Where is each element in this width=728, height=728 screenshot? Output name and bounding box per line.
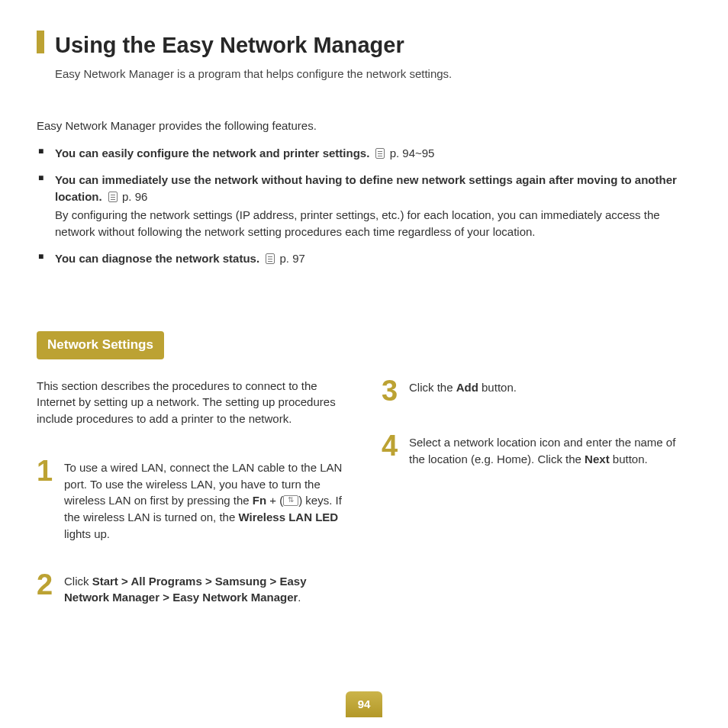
feature-item: You can diagnose the network status. p. … <box>37 250 691 267</box>
page-footer: 94 <box>0 691 728 717</box>
page-number: 94 <box>346 691 383 717</box>
step-number: 1 <box>37 458 56 543</box>
feature-item: You can immediately use the network with… <box>37 172 691 240</box>
feature-ref: p. 97 <box>279 252 304 265</box>
step-body: To use a wired LAN, connect the LAN cabl… <box>64 458 346 543</box>
page-title: Using the Easy Network Manager <box>55 29 404 61</box>
feature-note: By configuring the network settings (IP … <box>55 207 691 240</box>
features-intro: Easy Network Manager provides the follow… <box>37 118 691 134</box>
feature-bold: You can immediately use the network with… <box>55 173 677 203</box>
step: 1 To use a wired LAN, connect the LAN ca… <box>37 458 346 543</box>
feature-ref: p. 94~95 <box>390 147 435 159</box>
step: 2 Click Start > All Programs > Samsung >… <box>37 572 346 607</box>
step: 4 Select a network location icon and ent… <box>382 433 691 468</box>
key-label: Start > All Programs > Samsung > Easy Ne… <box>64 575 306 604</box>
key-label: Fn <box>253 494 266 507</box>
step-body: Select a network location icon and enter… <box>409 433 691 468</box>
section-intro: This section describes the procedures to… <box>37 378 346 427</box>
key-label: Wireless LAN LED <box>238 511 338 523</box>
page-ref-icon <box>266 253 275 264</box>
section-heading: Network Settings <box>37 331 164 359</box>
step-number: 4 <box>382 433 401 468</box>
feature-bold: You can easily configure the network and… <box>55 147 369 159</box>
step-text: + ( <box>266 494 283 507</box>
key-label: Next <box>585 453 610 465</box>
features-list: You can easily configure the network and… <box>37 145 691 268</box>
step-text: . <box>298 591 301 604</box>
key-label: Add <box>456 381 478 394</box>
step-number: 3 <box>382 378 401 404</box>
feature-item: You can easily configure the network and… <box>37 145 691 162</box>
step-body: Click Start > All Programs > Samsung > E… <box>64 572 346 607</box>
step-text: Click the <box>409 381 456 394</box>
feature-bold: You can diagnose the network status. <box>55 252 259 265</box>
step-text: Click <box>64 575 92 588</box>
page-subtitle: Easy Network Manager is a program that h… <box>55 66 691 82</box>
page-ref-icon <box>375 148 385 159</box>
step: 3 Click the Add button. <box>382 378 691 404</box>
feature-ref: p. 96 <box>122 190 147 203</box>
fn-key-icon <box>283 495 298 506</box>
step-text: button. <box>478 381 517 394</box>
step-number: 2 <box>37 572 56 607</box>
step-text: button. <box>610 453 648 465</box>
title-accent-bar <box>37 31 44 53</box>
step-text: lights up. <box>64 527 110 540</box>
step-body: Click the Add button. <box>409 378 691 404</box>
page-ref-icon <box>108 192 118 202</box>
